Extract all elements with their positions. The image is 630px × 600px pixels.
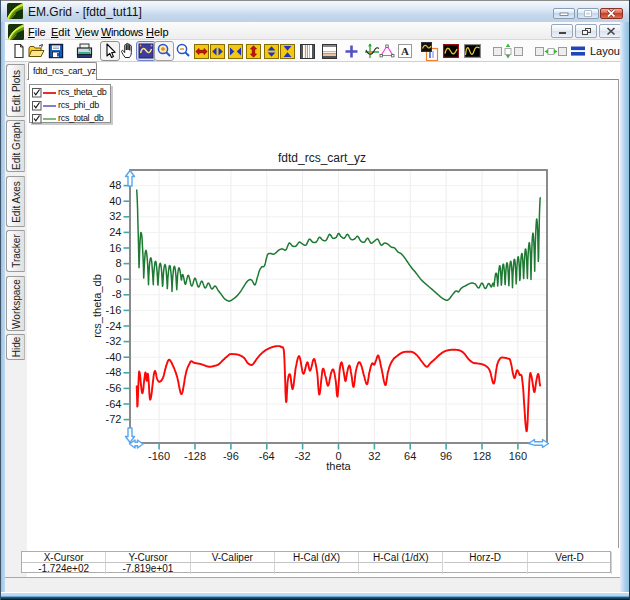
svg-text:-8: -8 xyxy=(112,288,122,300)
svg-text:32: 32 xyxy=(109,210,121,222)
svg-text:-128: -128 xyxy=(184,450,206,462)
svg-text:16: 16 xyxy=(109,242,121,254)
svg-text:-64: -64 xyxy=(106,398,122,410)
svg-text:theta: theta xyxy=(326,460,351,472)
svg-text:-24: -24 xyxy=(106,320,122,332)
svg-text:-16: -16 xyxy=(106,304,122,316)
svg-text:-96: -96 xyxy=(223,450,239,462)
svg-text:8: 8 xyxy=(115,257,121,269)
svg-text:96: 96 xyxy=(440,450,452,462)
svg-text:160: 160 xyxy=(509,450,527,462)
svg-text:24: 24 xyxy=(109,226,121,238)
svg-text:-40: -40 xyxy=(106,351,122,363)
svg-text:-56: -56 xyxy=(106,382,122,394)
svg-text:32: 32 xyxy=(368,450,380,462)
svg-text:-32: -32 xyxy=(106,335,122,347)
svg-text:rcs_theta_db: rcs_theta_db xyxy=(91,274,103,338)
svg-text:48: 48 xyxy=(109,179,121,191)
svg-text:fdtd_rcs_cart_yz: fdtd_rcs_cart_yz xyxy=(278,151,366,165)
svg-text:40: 40 xyxy=(109,195,121,207)
svg-text:-64: -64 xyxy=(259,450,275,462)
svg-text:-48: -48 xyxy=(106,366,122,378)
svg-text:-160: -160 xyxy=(148,450,170,462)
svg-text:A: A xyxy=(401,45,409,57)
svg-text:-72: -72 xyxy=(106,413,122,425)
svg-text:128: 128 xyxy=(473,450,491,462)
svg-text:0: 0 xyxy=(115,273,121,285)
svg-text:64: 64 xyxy=(404,450,416,462)
svg-text:-32: -32 xyxy=(295,450,311,462)
